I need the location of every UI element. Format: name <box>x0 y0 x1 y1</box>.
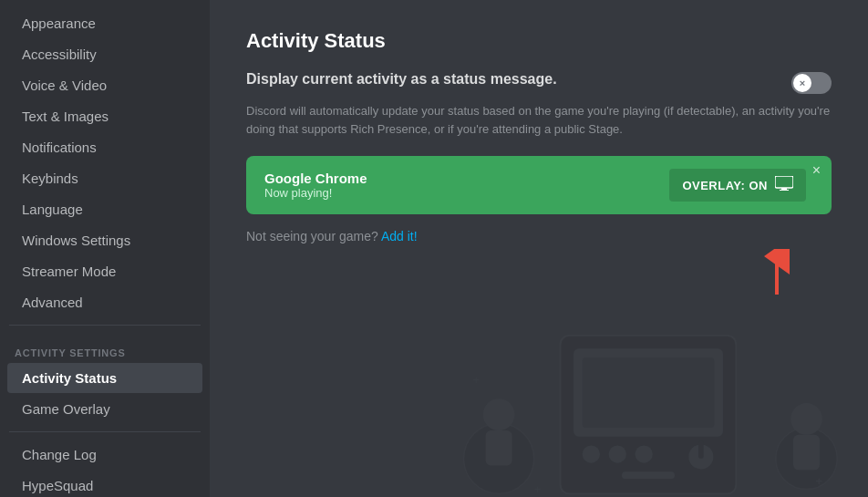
svg-point-18 <box>790 403 822 435</box>
sidebar-item-notifications[interactable]: Notifications <box>7 132 202 162</box>
sidebar-item-appearance[interactable]: Appearance <box>7 8 202 38</box>
svg-rect-2 <box>780 190 789 191</box>
sidebar-item-streamer-mode[interactable]: Streamer Mode <box>7 256 202 286</box>
sidebar-divider-2 <box>9 431 201 432</box>
sidebar-item-keybinds[interactable]: Keybinds <box>7 163 202 193</box>
activity-description: Discord will automatically update your s… <box>246 102 832 138</box>
not-seeing-text: Not seeing your game? Add it! <box>246 229 832 243</box>
svg-text:+: + <box>472 373 480 387</box>
overlay-button-label: OVERLAY: ON <box>682 179 768 192</box>
svg-point-8 <box>583 445 600 462</box>
svg-rect-1 <box>781 188 787 190</box>
main-content: Activity Status Display current activity… <box>210 0 868 497</box>
toggle-knob: × <box>793 74 811 92</box>
illustration: + + + <box>429 296 868 497</box>
activity-settings-header: ACTIVITY SETTINGS <box>0 333 210 362</box>
game-name: Google Chrome <box>264 171 367 186</box>
svg-rect-13 <box>622 471 675 479</box>
sidebar-item-change-log[interactable]: Change Log <box>7 440 202 470</box>
sidebar-item-hypesquad[interactable]: HypeSquad <box>7 471 202 497</box>
game-info: Google Chrome Now playing! <box>264 171 367 200</box>
svg-rect-12 <box>698 441 704 459</box>
display-activity-row: Display current activity as a status mes… <box>246 71 832 95</box>
svg-point-16 <box>483 399 515 430</box>
svg-rect-19 <box>793 435 820 471</box>
monitor-icon <box>775 176 793 194</box>
svg-rect-0 <box>775 176 793 188</box>
svg-point-10 <box>636 445 653 462</box>
sidebar-item-text-images[interactable]: Text & Images <box>7 101 202 131</box>
sidebar-item-advanced[interactable]: Advanced <box>7 287 202 317</box>
sidebar-item-voice-video[interactable]: Voice & Video <box>7 70 202 100</box>
svg-point-9 <box>609 445 626 462</box>
sidebar-item-game-overlay[interactable]: Game Overlay <box>7 394 202 424</box>
up-arrow-icon <box>759 249 795 299</box>
page-title: Activity Status <box>246 29 832 53</box>
svg-rect-7 <box>583 357 715 428</box>
sidebar-divider <box>9 325 201 326</box>
sidebar: Appearance Accessibility Voice & Video T… <box>0 0 210 497</box>
add-it-link[interactable]: Add it! <box>381 229 418 243</box>
sidebar-item-accessibility[interactable]: Accessibility <box>7 39 202 69</box>
sidebar-item-windows-settings[interactable]: Windows Settings <box>7 225 202 255</box>
svg-rect-17 <box>486 430 512 466</box>
sidebar-item-activity-status[interactable]: Activity Status <box>7 363 202 393</box>
game-status: Now playing! <box>264 186 367 200</box>
game-card-close-button[interactable]: × <box>812 163 821 178</box>
toggle-x-icon: × <box>800 78 805 88</box>
sidebar-item-language[interactable]: Language <box>7 194 202 224</box>
display-activity-label: Display current activity as a status mes… <box>246 71 557 88</box>
game-activity-card: × Google Chrome Now playing! OVERLAY: ON <box>246 156 832 214</box>
svg-text:+: + <box>815 474 822 488</box>
svg-text:+: + <box>534 482 542 496</box>
activity-toggle[interactable]: × <box>791 72 832 94</box>
overlay-button[interactable]: OVERLAY: ON <box>669 169 806 202</box>
